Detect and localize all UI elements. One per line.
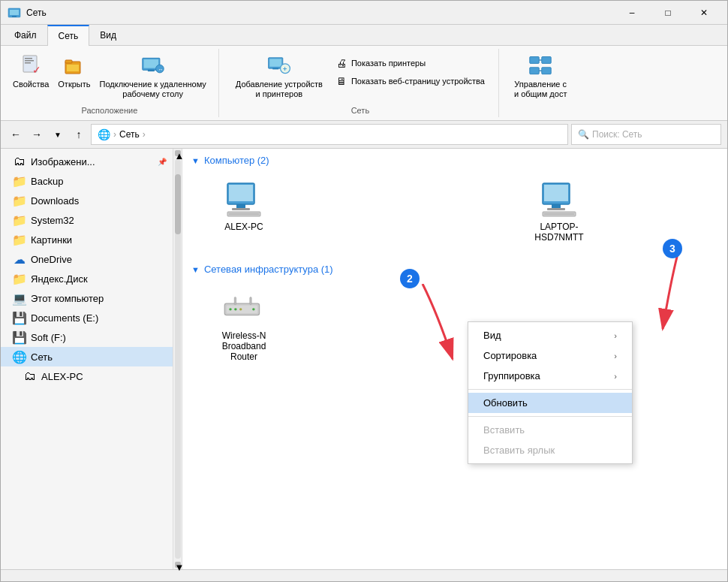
network-item-router[interactable]: Wireless-N BroadbandRouter: [206, 284, 281, 368]
sidebar-item-pictures[interactable]: 📁 Картинки: [1, 230, 173, 249]
documents-e-icon: 💾: [13, 311, 26, 324]
svg-rect-18: [272, 68, 278, 69]
sidebar-item-system32[interactable]: 📁 System32: [1, 210, 173, 230]
forward-dropdown[interactable]: ▼: [49, 125, 67, 143]
sidebar-scrollbar[interactable]: ▲ ▼: [173, 149, 182, 569]
search-placeholder: Поиск: Сеть: [592, 129, 642, 140]
ribbon-btn-open[interactable]: Открыть: [55, 52, 93, 91]
this-pc-icon: 💻: [13, 291, 26, 305]
sidebar-item-soft-f[interactable]: 💾 Soft (F:): [1, 327, 173, 347]
context-menu: Вид › Сортировка › Группировка › Обновит…: [468, 321, 633, 464]
svg-rect-5: [25, 60, 34, 62]
title-bar: Сеть – □ ✕: [1, 1, 727, 25]
network-infra-group: ▼ Сетевая инфраструктура (1): [191, 264, 718, 368]
ribbon-group-sharing: Управление си общим дост: [502, 49, 579, 117]
scrollbar-up-arrow[interactable]: ▲: [175, 150, 181, 156]
network-infra-group-header[interactable]: ▼ Сетевая инфраструктура (1): [191, 264, 718, 275]
location-group-label: Расположение: [82, 104, 138, 115]
sharing-icon: [528, 54, 552, 78]
properties-label: Свойства: [13, 80, 49, 89]
context-menu-group[interactable]: Группировка ›: [468, 366, 632, 386]
sidebar-item-backup[interactable]: 📁 Backup: [1, 171, 173, 191]
remote-icon: ↔: [141, 54, 165, 78]
network-icon: 🌐: [13, 350, 26, 363]
ribbon-btn-add-devices[interactable]: + Добавление устройстви принтеров: [231, 52, 327, 101]
up-button[interactable]: ↑: [70, 125, 88, 143]
address-network: Сеть: [119, 129, 140, 140]
tab-network[interactable]: Сеть: [47, 25, 90, 46]
svg-rect-38: [544, 213, 574, 215]
soft-f-icon: 💾: [13, 330, 26, 344]
sidebar: 🗂 Изображени... 📌 📁 Backup 📁 Downloads 📁…: [1, 149, 173, 569]
images-icon: 🗂: [13, 155, 26, 168]
address-separator: ›: [113, 129, 116, 140]
context-menu-sort[interactable]: Сортировка ›: [468, 345, 632, 366]
maximize-button[interactable]: □: [651, 4, 685, 22]
infra-items: Wireless-N BroadbandRouter: [191, 284, 718, 368]
sidebar-label-images: Изображени...: [31, 156, 153, 167]
computers-group-label: Компьютер (2): [204, 155, 269, 166]
sidebar-item-network[interactable]: 🌐 Сеть: [1, 347, 173, 366]
window-controls: – □ ✕: [615, 4, 721, 22]
search-box[interactable]: 🔍 Поиск: Сеть: [571, 124, 721, 145]
network-item-alex-pc[interactable]: ALEX-PC: [206, 175, 281, 249]
minimize-button[interactable]: –: [615, 4, 649, 22]
sidebar-item-images[interactable]: 🗂 Изображени... 📌: [1, 152, 173, 171]
add-devices-label: Добавление устройстви принтеров: [236, 80, 323, 99]
svg-rect-22: [542, 57, 551, 64]
computers-group-header[interactable]: ▼ Компьютер (2): [191, 155, 718, 166]
ribbon-btn-show-printers[interactable]: 🖨 Показать принтеры: [332, 55, 489, 71]
address-path[interactable]: 🌐 › Сеть ›: [91, 124, 568, 145]
tab-view[interactable]: Вид: [89, 25, 127, 45]
alex-pc-label: ALEX-PC: [224, 222, 263, 232]
svg-rect-21: [530, 57, 539, 64]
svg-rect-45: [234, 297, 236, 305]
properties-icon: ✓: [19, 54, 43, 78]
scrollbar-thumb[interactable]: [175, 174, 181, 234]
group-label: Группировка: [483, 370, 540, 381]
sidebar-label-yandex: Яндекс.Диск: [31, 273, 167, 285]
network-group-label: Сеть: [351, 104, 369, 115]
svg-rect-28: [229, 185, 253, 201]
tab-file[interactable]: Файл: [4, 25, 47, 45]
sidebar-label-downloads: Downloads: [31, 195, 167, 207]
sidebar-item-documents-e[interactable]: 💾 Documents (E:): [1, 308, 173, 327]
ribbon-group-location: ✓ Свойства Открыть: [7, 49, 219, 117]
context-menu-refresh[interactable]: Обновить: [468, 393, 632, 413]
show-printers-label: Показать принтеры: [351, 59, 426, 68]
content-area: ▼ Компьютер (2): [182, 149, 727, 569]
sidebar-item-this-pc[interactable]: 💻 Этот компьютер: [1, 288, 173, 308]
sidebar-item-downloads[interactable]: 📁 Downloads: [1, 191, 173, 210]
ribbon-btn-show-webpage[interactable]: 🖥 Показать веб-страницу устройства: [332, 73, 489, 89]
forward-button[interactable]: →: [28, 125, 46, 143]
svg-rect-30: [232, 208, 250, 210]
scrollbar-down-arrow[interactable]: ▼: [175, 562, 181, 568]
context-menu-view[interactable]: Вид ›: [468, 325, 632, 345]
svg-rect-13: [148, 69, 155, 71]
close-button[interactable]: ✕: [687, 4, 721, 22]
sidebar-label-system32: System32: [31, 215, 167, 226]
svg-rect-17: [269, 59, 281, 66]
search-icon: 🔍: [578, 129, 589, 140]
sidebar-label-backup: Backup: [31, 176, 167, 187]
svg-rect-29: [236, 204, 245, 208]
svg-rect-10: [67, 65, 79, 71]
sidebar-item-yandex[interactable]: 📁 Яндекс.Диск: [1, 269, 173, 288]
network-item-laptop[interactable]: LAPTOP-HSD7NMTT: [522, 175, 597, 249]
view-label: Вид: [483, 330, 501, 341]
system32-icon: 📁: [13, 213, 26, 227]
svg-text:+: +: [283, 65, 287, 73]
context-menu-paste-shortcut: Вставить ярлык: [468, 440, 632, 460]
sidebar-item-onedrive[interactable]: ☁ OneDrive: [1, 249, 173, 269]
webpage-icon: 🖥: [336, 75, 347, 87]
ribbon-btn-properties[interactable]: ✓ Свойства: [10, 52, 52, 91]
back-button[interactable]: ←: [7, 125, 25, 143]
ribbon-btn-sharing[interactable]: Управление си общим дост: [511, 52, 570, 101]
ribbon-btn-remote[interactable]: ↔ Подключение к удаленномурабочему столу: [97, 52, 209, 101]
chevron-down-icon: ▼: [191, 156, 200, 165]
sidebar-item-alex-pc[interactable]: 🗂 ALEX-PC: [1, 366, 173, 386]
ribbon-group-network: + Добавление устройстви принтеров 🖨 Пока…: [222, 49, 499, 117]
svg-rect-36: [547, 208, 565, 210]
scrollbar-track[interactable]: [175, 159, 181, 559]
address-bar: ← → ▼ ↑ 🌐 › Сеть › 🔍 Поиск: Сеть: [1, 121, 727, 149]
